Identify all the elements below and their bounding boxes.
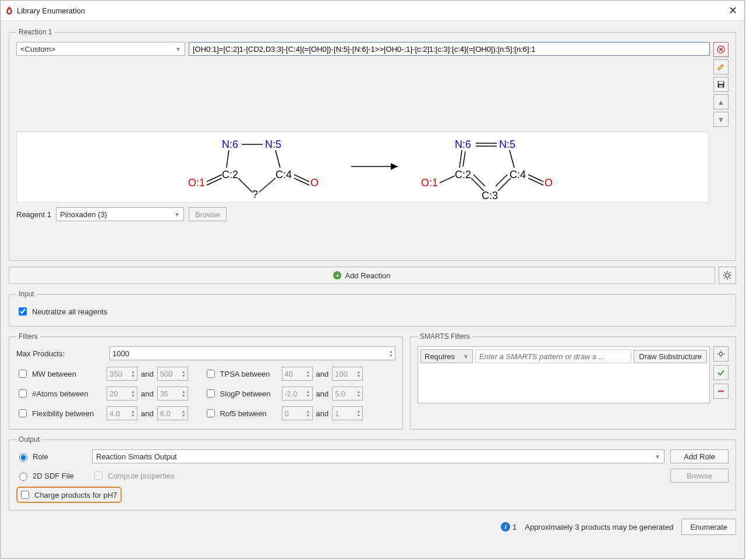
reaction-template-value: <Custom> — [20, 45, 55, 54]
draw-substructure-button[interactable]: Draw Substructure — [634, 350, 707, 363]
atoms-label: #Atoms between — [32, 389, 103, 398]
reaction-side-buttons: ▲ ▼ — [713, 42, 729, 127]
reaction-settings-button[interactable] — [719, 267, 736, 284]
input-group: Input Neutralize all reagents — [9, 290, 736, 327]
flex-label: Flexibility between — [32, 409, 103, 418]
svg-line-47 — [724, 278, 726, 279]
svg-text:C:4: C:4 — [275, 169, 292, 180]
slogp-checkbox[interactable] — [207, 389, 215, 398]
flex-hi-input[interactable]: ▲▼ — [157, 406, 188, 420]
app-logo-icon — [5, 6, 13, 15]
slogp-hi-input[interactable]: ▲▼ — [332, 387, 363, 400]
role-select[interactable]: Reaction Smarts Output ▼ — [92, 449, 664, 463]
svg-line-15 — [275, 150, 280, 168]
mw-hi-input[interactable]: ▲▼ — [157, 367, 188, 381]
svg-line-6 — [207, 178, 222, 185]
smarts-accept-button[interactable] — [713, 365, 729, 380]
svg-text:O: O — [310, 177, 319, 189]
svg-text:C:3: C:3 — [482, 190, 498, 201]
svg-line-27 — [496, 175, 507, 186]
charge-ph7-highlight: Charge products for pH7 — [16, 487, 122, 503]
add-reaction-label: Add Reaction — [345, 271, 390, 280]
role-radio[interactable] — [19, 453, 27, 462]
svg-text:N:5: N:5 — [499, 139, 515, 150]
svg-line-12 — [294, 175, 309, 182]
close-icon[interactable]: ✕ — [726, 4, 740, 17]
chevron-down-icon: ▼ — [655, 453, 660, 460]
filters-legend: Filters — [16, 332, 40, 341]
role-label: Role — [33, 452, 48, 461]
dialog-window: Library Enumeration ✕ Reaction 1 <Custom… — [0, 0, 745, 559]
neutralize-label: Neutralize all reagents — [32, 307, 107, 316]
rof5-checkbox[interactable] — [207, 409, 215, 417]
slogp-label: SlogP between — [220, 389, 278, 398]
svg-text:N:6: N:6 — [222, 139, 238, 150]
tpsa-label: TPSA between — [220, 370, 278, 378]
svg-line-10 — [259, 178, 275, 192]
smarts-mode-select[interactable]: Requires ▼ — [420, 349, 473, 363]
filters-row: Filters Max Products: ▲▼ MW between — [9, 332, 736, 430]
enumerate-button[interactable]: Enumerate — [681, 519, 736, 535]
edit-reaction-button[interactable] — [713, 59, 729, 75]
chevron-down-icon: ▼ — [174, 211, 180, 218]
svg-text:C:2: C:2 — [222, 169, 238, 180]
reagent-browse-button[interactable]: Browse — [189, 207, 227, 221]
spinner-icon[interactable]: ▲▼ — [387, 349, 395, 357]
output-browse-button[interactable]: Browse — [670, 469, 729, 483]
rof5-lo-input[interactable]: ▲▼ — [282, 406, 313, 420]
tpsa-checkbox[interactable] — [207, 370, 215, 378]
svg-line-19 — [227, 150, 229, 168]
move-up-button[interactable]: ▲ — [713, 94, 729, 109]
flex-checkbox[interactable] — [19, 409, 27, 417]
reagent-label: Reagent 1 — [16, 210, 51, 219]
output-legend: Output — [16, 435, 42, 444]
charge-ph7-checkbox[interactable] — [21, 491, 29, 499]
reagent-select[interactable]: Pinoxaden (3) ▼ — [56, 207, 184, 221]
smarts-remove-button[interactable] — [713, 384, 729, 399]
reaction-smarts-input[interactable] — [189, 42, 710, 56]
clear-reaction-button[interactable] — [713, 42, 729, 57]
svg-point-48 — [719, 352, 723, 356]
svg-line-26 — [498, 178, 511, 191]
move-down-button[interactable]: ▼ — [713, 112, 729, 127]
reagent-value: Pinoxaden (3) — [60, 210, 107, 219]
svg-line-44 — [724, 272, 726, 274]
neutralize-checkbox[interactable] — [19, 307, 27, 316]
chevron-down-icon: ▼ — [175, 46, 181, 52]
filters-group: Filters Max Products: ▲▼ MW between — [9, 332, 403, 430]
add-reaction-button[interactable]: + Add Reaction — [9, 267, 715, 284]
add-role-button[interactable]: Add Role — [670, 449, 729, 463]
atoms-hi-input[interactable]: ▲▼ — [157, 387, 188, 400]
slogp-lo-input[interactable]: ▲▼ — [282, 387, 313, 400]
window-title: Library Enumeration — [17, 6, 726, 15]
sdf-radio[interactable] — [19, 473, 27, 481]
svg-text:O:1: O:1 — [188, 177, 205, 189]
tpsa-lo-input[interactable]: ▲▼ — [282, 367, 313, 381]
gear-icon — [723, 271, 732, 280]
mw-lo-input[interactable]: ▲▼ — [107, 367, 137, 381]
svg-text:O:1: O:1 — [421, 177, 438, 189]
footer-count: 1 — [512, 523, 517, 531]
reaction-template-select[interactable]: <Custom> ▼ — [16, 42, 185, 56]
atoms-lo-input[interactable]: ▲▼ — [107, 387, 137, 400]
mw-checkbox[interactable] — [19, 370, 27, 378]
plus-icon: + — [333, 271, 341, 279]
atoms-checkbox[interactable] — [19, 389, 27, 398]
compute-properties-checkbox — [94, 472, 102, 480]
titlebar: Library Enumeration ✕ — [1, 1, 744, 21]
reagent-row: Reagent 1 Pinoxaden (3) ▼ Browse — [16, 207, 729, 221]
smarts-pattern-input[interactable] — [475, 349, 631, 363]
svg-line-45 — [730, 278, 731, 279]
tpsa-hi-input[interactable]: ▲▼ — [332, 367, 363, 381]
minus-icon — [717, 387, 725, 395]
rof5-hi-input[interactable]: ▲▼ — [332, 406, 363, 420]
save-reaction-button[interactable] — [713, 77, 729, 92]
flex-lo-input[interactable]: ▲▼ — [107, 406, 137, 420]
max-products-input[interactable]: ▲▼ — [109, 346, 395, 360]
smarts-settings-button[interactable] — [713, 346, 729, 361]
footer-message: Approximately 3 products may be generate… — [525, 523, 673, 531]
svg-line-21 — [440, 176, 455, 183]
input-legend: Input — [16, 290, 37, 298]
content-area: Reaction 1 <Custom> ▼ — [1, 21, 744, 558]
svg-rect-2 — [719, 81, 723, 84]
